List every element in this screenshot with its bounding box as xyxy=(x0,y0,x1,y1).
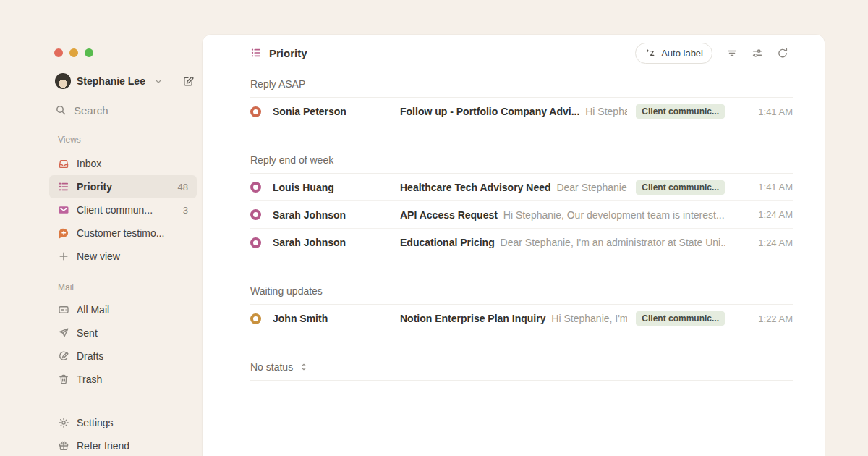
email-row[interactable]: Sarah Johnson Educational Pricing Dear S… xyxy=(250,229,793,256)
section-rows: Louis Huang Healthcare Tech Advisory Nee… xyxy=(250,174,793,256)
sidebar-item-customer-testimo[interactable]: Customer testimo... xyxy=(49,221,197,245)
plus-icon xyxy=(58,250,69,262)
mail-section: No status xyxy=(250,357,793,381)
email-preview: Hi Stephanie, Our development team is in… xyxy=(501,209,725,221)
email-preview: Dear Stephanie, I'm an administrator at … xyxy=(498,237,725,248)
email-subject: Follow up - Portfolio Company Advi... xyxy=(400,106,579,117)
priority-list-icon xyxy=(250,47,262,59)
sidebar-item-label: Inbox xyxy=(77,158,101,169)
email-preview: Dear Stephanie,... xyxy=(554,182,628,193)
minimize-window-button[interactable] xyxy=(69,48,78,57)
section-title: No status xyxy=(250,361,293,373)
sidebar: Stephanie Lee Search Views Inbox Priorit… xyxy=(49,71,197,456)
sidebar-item-label: Sent xyxy=(77,327,98,339)
zoom-window-button[interactable] xyxy=(85,48,93,57)
sidebar-item-priority[interactable]: Priority 48 xyxy=(49,175,197,198)
email-subject: Educational Pricing xyxy=(400,237,495,248)
section-rows: John Smith Notion Enterprise Plan Inquir… xyxy=(250,305,793,332)
email-time: 1:22 AM xyxy=(735,313,793,324)
display-settings-button[interactable] xyxy=(752,47,763,59)
section-header: Reply end of week xyxy=(250,150,793,174)
mail-panel: Priority Auto label Reply ASAP Sonia Pet… xyxy=(203,35,825,456)
section-header: No status xyxy=(250,357,793,381)
sidebar-item-label: Priority xyxy=(77,181,112,193)
sidebar-item-client-commun[interactable]: Client commun... 3 xyxy=(49,198,197,221)
email-sender: Sonia Peterson xyxy=(273,106,400,117)
auto-label-button[interactable]: Auto label xyxy=(635,43,712,64)
views-section-label: Views xyxy=(49,135,197,146)
gear-icon xyxy=(58,417,69,428)
inbox-icon xyxy=(58,158,69,169)
section-title: Reply ASAP xyxy=(250,78,305,90)
sidebar-item-drafts[interactable]: Drafts xyxy=(49,345,197,368)
view-title-group: Priority xyxy=(250,47,307,59)
sidebar-item-label: Settings xyxy=(77,417,114,428)
sidebar-item-count: 48 xyxy=(178,182,188,193)
email-snippet: API Access Request Hi Stephanie, Our dev… xyxy=(400,209,725,221)
testimonial-bubble-icon xyxy=(58,227,69,239)
sort-icon[interactable] xyxy=(298,362,310,372)
email-row[interactable]: Louis Huang Healthcare Tech Advisory Nee… xyxy=(250,174,793,201)
email-row[interactable]: Sonia Peterson Follow up - Portfolio Com… xyxy=(250,98,793,125)
sidebar-footer-list: Settings Refer friend xyxy=(49,411,197,456)
sender-avatar xyxy=(250,313,261,324)
email-label-badge[interactable]: Client communic... xyxy=(636,104,725,119)
email-snippet: Follow up - Portfolio Company Advi... Hi… xyxy=(400,106,627,117)
email-row[interactable]: John Smith Notion Enterprise Plan Inquir… xyxy=(250,305,793,332)
email-time: 1:24 AM xyxy=(735,209,793,220)
email-time: 1:41 AM xyxy=(735,182,793,193)
account-switcher[interactable]: Stephanie Lee xyxy=(49,71,197,91)
mail-section: Waiting updates John Smith Notion Enterp… xyxy=(250,281,793,332)
avatar xyxy=(55,73,71,89)
sidebar-item-label: Client commun... xyxy=(77,204,153,216)
section-rows: Sonia Peterson Follow up - Portfolio Com… xyxy=(250,98,793,125)
sidebar-item-label: Customer testimo... xyxy=(77,227,164,239)
send-icon xyxy=(58,327,69,339)
sidebar-item-trash[interactable]: Trash xyxy=(49,368,197,391)
all-mail-icon xyxy=(58,304,69,316)
close-window-button[interactable] xyxy=(54,48,63,57)
sidebar-item-settings[interactable]: Settings xyxy=(49,411,197,434)
sidebar-item-label: Refer friend xyxy=(77,440,129,452)
mail-section: Reply end of week Louis Huang Healthcare… xyxy=(250,150,793,256)
priority-list-icon xyxy=(58,181,69,193)
views-list: Inbox Priority 48 Client commun... 3 Cus… xyxy=(49,152,197,268)
search-placeholder: Search xyxy=(74,104,109,117)
auto-label-button-label: Auto label xyxy=(661,48,703,59)
sender-avatar xyxy=(250,209,261,220)
sidebar-item-count: 3 xyxy=(183,205,188,216)
sidebar-item-label: All Mail xyxy=(77,304,109,316)
toolbar: Auto label xyxy=(635,43,788,64)
envelope-icon xyxy=(58,204,69,216)
sidebar-item-label: Drafts xyxy=(77,350,103,362)
sidebar-item-label: Trash xyxy=(77,373,102,385)
refresh-button[interactable] xyxy=(777,47,788,59)
sidebar-item-inbox[interactable]: Inbox xyxy=(49,152,197,175)
email-time: 1:41 AM xyxy=(735,106,793,117)
auto-label-icon xyxy=(644,48,656,59)
email-sender: Louis Huang xyxy=(273,182,400,193)
section-header: Waiting updates xyxy=(250,281,793,305)
sender-avatar xyxy=(250,237,261,248)
email-row[interactable]: Sarah Johnson API Access Request Hi Step… xyxy=(250,201,793,229)
sidebar-item-refer-friend[interactable]: Refer friend xyxy=(49,434,197,456)
search-input[interactable]: Search xyxy=(49,100,197,120)
compose-button[interactable] xyxy=(182,74,194,88)
sidebar-item-all-mail[interactable]: All Mail xyxy=(49,298,197,321)
email-snippet: Healthcare Tech Advisory Need Dear Steph… xyxy=(400,182,627,193)
email-snippet: Notion Enterprise Plan Inquiry Hi Stepha… xyxy=(400,313,627,324)
email-snippet: Educational Pricing Dear Stephanie, I'm … xyxy=(400,237,725,248)
filter-button[interactable] xyxy=(726,47,738,59)
chevron-down-icon xyxy=(153,77,164,86)
drafts-icon xyxy=(58,350,69,362)
email-label-badge[interactable]: Client communic... xyxy=(636,180,725,195)
email-label-badge[interactable]: Client communic... xyxy=(636,311,725,326)
sidebar-item-sent[interactable]: Sent xyxy=(49,321,197,345)
section-title: Reply end of week xyxy=(250,154,333,166)
sender-avatar xyxy=(250,182,261,193)
window-controls xyxy=(54,48,93,57)
email-sender: Sarah Johnson xyxy=(273,237,400,248)
section-title: Waiting updates xyxy=(250,285,323,297)
sidebar-item-new-view[interactable]: New view xyxy=(49,245,197,268)
email-sender: Sarah Johnson xyxy=(273,209,400,221)
